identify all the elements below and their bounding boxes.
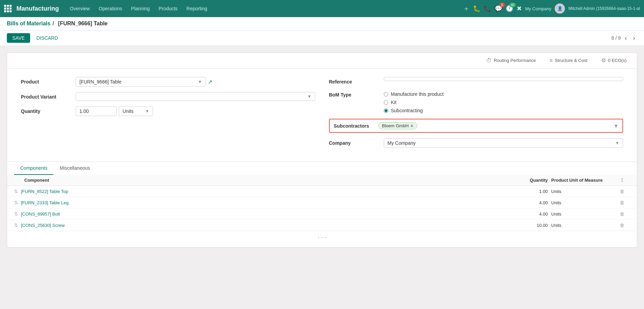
tab-routing-label: Routing Performance xyxy=(494,58,536,63)
bom-type-kit[interactable]: Kit xyxy=(384,100,623,105)
tab-structure-cost[interactable]: ≡ Structure & Cost xyxy=(543,53,594,68)
bom-type-manufacture-label: Manufacture this product xyxy=(391,91,444,97)
col-header-component: Component xyxy=(24,178,520,183)
bom-type-row: BoM Type Manufacture this product Kit xyxy=(329,90,623,113)
product-row: Product [FURN_9666] Table ▼ ↗ xyxy=(21,77,315,87)
product-input[interactable]: [FURN_9666] Table ▼ xyxy=(76,77,206,87)
product-label: Product xyxy=(21,77,76,85)
component-uom-4[interactable]: Units xyxy=(551,223,620,228)
tab-eco[interactable]: ⚙ 0 ECO(s) xyxy=(594,53,633,68)
form-right-col: Reference BoM Type xyxy=(329,77,623,153)
bom-type-subcontracting[interactable]: Subcontracting xyxy=(384,108,623,113)
menu-operations[interactable]: Operations xyxy=(94,4,126,13)
quantity-unit-input[interactable]: Units ▼ xyxy=(119,106,153,116)
tab-components-label: Components xyxy=(20,165,47,171)
bom-type-kit-radio[interactable] xyxy=(384,100,388,105)
next-record-button[interactable]: › xyxy=(631,34,637,42)
product-variant-field: ▼ xyxy=(76,92,315,101)
subcontractor-tag-name: Bloem GmbH xyxy=(382,123,409,128)
components-table: Component Quantity Product Unit of Measu… xyxy=(7,175,637,247)
col-header-quantity: Quantity xyxy=(520,178,548,183)
brand-name: Manufacturing xyxy=(16,5,59,12)
product-variant-input[interactable]: ▼ xyxy=(76,92,315,101)
component-qty-1[interactable]: 1.00 xyxy=(520,189,548,194)
settings-icon[interactable]: ✖ xyxy=(517,5,522,12)
component-name-4[interactable]: [CONS_25630] Screw xyxy=(21,223,520,228)
row-delete-2[interactable]: 🗑 xyxy=(620,200,630,205)
row-delete-3[interactable]: 🗑 xyxy=(620,211,630,217)
subcontractor-tag-remove[interactable]: ✕ xyxy=(410,124,414,128)
bug-icon[interactable]: 🐛 xyxy=(473,5,480,12)
discard-button[interactable]: DISCARD xyxy=(34,33,61,43)
menu-products[interactable]: Products xyxy=(154,4,181,13)
reference-input[interactable] xyxy=(384,77,623,81)
product-external-link[interactable]: ↗ xyxy=(208,79,212,85)
bom-type-kit-label: Kit xyxy=(391,100,396,105)
top-right-icons: ＋ 🐛 📞 💬 5 🕐 40 ✖ My Company 👤 Mitchell A… xyxy=(463,3,640,14)
subcontractors-label: Subcontractors xyxy=(334,123,378,129)
form-two-col: Product [FURN_9666] Table ▼ ↗ xyxy=(21,77,623,153)
pagination: 8 / 9 ‹ › xyxy=(611,34,637,42)
component-uom-2[interactable]: Units xyxy=(551,200,620,205)
drag-handle-1[interactable]: ⇅ xyxy=(14,189,18,194)
form-card: ⏱ Routing Performance ≡ Structure & Cost… xyxy=(7,53,637,247)
user-avatar[interactable]: 👤 xyxy=(555,3,565,14)
company-row: Company My Company ▼ xyxy=(329,138,623,148)
bom-type-field: Manufacture this product Kit Subcontract… xyxy=(384,90,623,113)
subcontractors-field[interactable]: Bloem GmbH ✕ ▼ xyxy=(378,122,619,129)
bom-type-manufacture[interactable]: Manufacture this product xyxy=(384,91,623,97)
table-header: Component Quantity Product Unit of Measu… xyxy=(7,175,637,186)
component-name-3[interactable]: [CONS_89957] Bolt xyxy=(21,211,520,217)
component-uom-1[interactable]: Units xyxy=(551,189,620,194)
component-name-1[interactable]: [FURN_8522] Table Top xyxy=(21,189,520,194)
tab-routing-performance[interactable]: ⏱ Routing Performance xyxy=(479,53,543,68)
reference-label: Reference xyxy=(329,77,384,85)
component-name-2[interactable]: [FURN_2333] Table Leg xyxy=(21,200,520,205)
save-button[interactable]: SAVE xyxy=(7,33,30,43)
subcontractors-row: Subcontractors Bloem GmbH ✕ ▼ xyxy=(329,119,623,133)
prev-record-button[interactable]: ‹ xyxy=(623,34,629,42)
component-qty-3[interactable]: 4.00 xyxy=(520,211,548,217)
brand-logo[interactable]: Manufacturing xyxy=(4,5,59,12)
activity-icon[interactable]: 🕐 40 xyxy=(506,5,513,12)
drag-handle-3[interactable]: ⇅ xyxy=(14,211,18,217)
user-name: Mitchell Admin (15926664-saas-15-1-al xyxy=(568,6,640,11)
subcontractors-dropdown-arrow[interactable]: ▼ xyxy=(614,123,618,129)
subcontractor-tag: Bloem GmbH ✕ xyxy=(378,122,417,129)
quantity-input[interactable]: 1.00 xyxy=(76,106,117,116)
grid-icon xyxy=(4,5,12,12)
main-content: ⏱ Routing Performance ≡ Structure & Cost… xyxy=(0,46,644,254)
chat-badge: 5 xyxy=(500,3,505,7)
tab-miscellaneous[interactable]: Miscellaneous xyxy=(53,162,96,175)
component-uom-3[interactable]: Units xyxy=(551,211,620,217)
table-row: ⇅ [CONS_89957] Bolt 4.00 Units 🗑 xyxy=(7,208,637,220)
main-menu: Overview Operations Planning Products Re… xyxy=(66,4,463,13)
menu-reporting[interactable]: Reporting xyxy=(182,4,212,13)
breadcrumb: Bills of Materials / [FURN_9666] Table xyxy=(0,17,644,30)
bom-type-subcontracting-radio[interactable] xyxy=(384,108,388,113)
chat-icon[interactable]: 💬 5 xyxy=(495,5,502,12)
component-qty-4[interactable]: 10.00 xyxy=(520,223,548,228)
company-input[interactable]: My Company ▼ xyxy=(384,138,623,148)
add-icon[interactable]: ＋ xyxy=(463,4,469,13)
company-dropdown-arrow: ▼ xyxy=(615,141,619,145)
menu-overview[interactable]: Overview xyxy=(66,4,94,13)
drag-handle-4[interactable]: ⇅ xyxy=(14,222,18,228)
quantity-label: Quantity xyxy=(21,106,76,114)
table-row: ⇅ [CONS_25630] Screw 10.00 Units 🗑 xyxy=(7,220,637,231)
activity-badge: 40 xyxy=(509,3,516,7)
drag-handle-2[interactable]: ⇅ xyxy=(14,200,18,205)
row-delete-4[interactable]: 🗑 xyxy=(620,222,630,228)
pagination-text: 8 / 9 xyxy=(611,35,621,41)
bottom-tabs: Components Miscellaneous xyxy=(7,162,637,175)
component-qty-2[interactable]: 4.00 xyxy=(520,200,548,205)
row-delete-1[interactable]: 🗑 xyxy=(620,189,630,194)
action-bar: SAVE DISCARD 8 / 9 ‹ › xyxy=(0,30,644,46)
tab-components[interactable]: Components xyxy=(14,162,53,175)
menu-planning[interactable]: Planning xyxy=(127,4,154,13)
product-variant-label: Product Variant xyxy=(21,92,76,100)
breadcrumb-parent[interactable]: Bills of Materials xyxy=(7,21,50,27)
bom-type-manufacture-radio[interactable] xyxy=(384,92,388,96)
product-value: [FURN_9666] Table xyxy=(79,79,122,85)
phone-icon[interactable]: 📞 xyxy=(484,5,491,12)
